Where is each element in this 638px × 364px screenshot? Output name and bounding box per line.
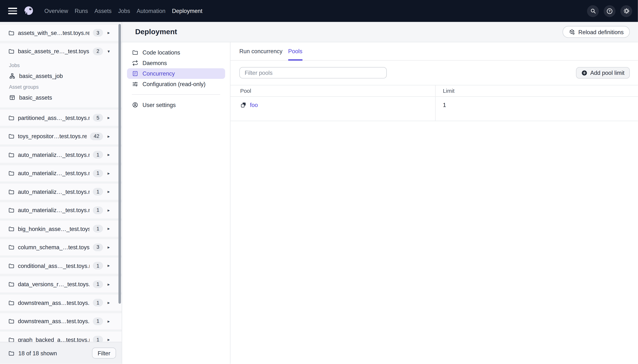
repo-label: auto_materializ…_test.toys.repo [18, 170, 90, 176]
chevron-right-icon[interactable]: ▸ [106, 189, 111, 194]
main-nav: Overview Runs Assets Jobs Automation Dep… [44, 8, 202, 14]
chevron-right-icon[interactable]: ▸ [106, 170, 111, 176]
concurrency-tabs: Run concurrency Pools [230, 42, 638, 60]
chevron-right-icon[interactable]: ▸ [106, 208, 111, 213]
repo-label: column_schema_…test.toys.rep [18, 244, 90, 250]
nav-jobs[interactable]: Jobs [118, 8, 130, 14]
tab-pools[interactable]: Pools [288, 42, 302, 60]
page-header: Deployment Reload definitions [122, 22, 638, 42]
repo-card: auto_materializ…_test.toys.repo 1 ▸ [0, 183, 122, 200]
nav-user-settings[interactable]: User settings [127, 100, 225, 110]
repo-row[interactable]: data_versions_r…_test.toys.rep 1 ▸ [0, 276, 122, 292]
chevron-right-icon[interactable]: ▸ [106, 152, 111, 158]
reload-definitions-label: Reload definitions [578, 29, 624, 35]
folder-icon [8, 188, 15, 195]
job-item[interactable]: basic_assets_job [9, 71, 113, 81]
repo-card: downstream_ass…test.toys.rep 1 ▸ [0, 312, 122, 330]
folder-icon [8, 281, 15, 287]
folder-icon [8, 244, 15, 250]
main-area: Deployment Reload definitions [122, 22, 638, 364]
repo-card: partitioned_ass…_test.toys.rep 5 ▸ [0, 109, 122, 126]
repo-row[interactable]: toys_repositor…test.toys.repo 42 ▸ [0, 128, 122, 144]
chevron-right-icon[interactable]: ▸ [106, 134, 111, 139]
folder-icon [8, 170, 15, 176]
repo-row[interactable]: auto_materializ…_test.toys.repo 1 ▸ [0, 165, 122, 182]
repo-card: column_schema_…test.toys.rep 3 ▸ [0, 238, 122, 256]
user-icon [132, 102, 138, 108]
nav-code-locations[interactable]: Code locations [127, 47, 225, 58]
nav-daemons[interactable]: Daemons [127, 58, 225, 68]
sliders-icon [132, 81, 138, 88]
chevron-right-icon[interactable]: ▸ [106, 318, 111, 324]
repo-label: assets_with_se…test.toys.repo [18, 30, 90, 36]
settings-button[interactable] [620, 5, 632, 17]
repo-row[interactable]: auto_materializ…_test.toys.repo 1 ▸ [0, 183, 122, 200]
hamburger-menu-icon[interactable] [8, 8, 17, 14]
gear-icon [623, 8, 629, 14]
tab-run-concurrency[interactable]: Run concurrency [240, 42, 283, 60]
repo-count-badge: 1 [93, 262, 103, 270]
repo-row[interactable]: partitioned_ass…_test.toys.rep 5 ▸ [0, 110, 122, 126]
nav-divider [132, 94, 220, 94]
repo-label: toys_repositor…test.toys.repo [18, 133, 87, 139]
nav-automation[interactable]: Automation [137, 8, 165, 14]
repo-sidebar: assets_with_se…test.toys.repo 3 ▸ basic_… [0, 22, 122, 364]
folder-icon [8, 114, 15, 121]
repo-row[interactable]: auto_materializ…_test.toys.repo 1 ▸ [0, 202, 122, 218]
repo-row[interactable]: conditional_ass…_test.toys.repo 1 ▸ [0, 258, 122, 274]
deployment-settings-nav: Code locations Daemons Concurrency [122, 42, 230, 364]
nav-deployment[interactable]: Deployment [172, 8, 202, 14]
folder-icon [8, 30, 15, 36]
nav-label: Daemons [142, 60, 167, 66]
sidebar-scrollbar[interactable] [118, 24, 121, 304]
chevron-right-icon[interactable]: ▸ [106, 263, 111, 268]
repo-card: downstream_ass…test.toys.rep 1 ▸ [0, 294, 122, 312]
repo-row[interactable]: downstream_ass…test.toys.rep 1 ▸ [0, 313, 122, 330]
asset-group-item[interactable]: basic_assets [9, 92, 113, 103]
pool-table-row: foo 1 [230, 97, 638, 121]
repo-row[interactable]: downstream_ass…test.toys.rep 1 ▸ [0, 294, 122, 311]
reload-definitions-button[interactable]: Reload definitions [562, 26, 630, 38]
top-nav: Overview Runs Assets Jobs Automation Dep… [0, 0, 638, 22]
folder-icon [8, 299, 15, 306]
pool-link[interactable]: foo [240, 102, 258, 108]
help-icon: ? [606, 8, 613, 14]
chevron-right-icon[interactable]: ▸ [106, 300, 111, 306]
nav-runs[interactable]: Runs [75, 8, 88, 14]
help-button[interactable]: ? [604, 5, 616, 17]
nav-configuration[interactable]: Configuration (read-only) [127, 79, 225, 90]
repo-row[interactable]: auto_materializ…_test.toys.repo 1 ▸ [0, 146, 122, 163]
repo-row[interactable]: column_schema_…test.toys.rep 3 ▸ [0, 239, 122, 256]
search-icon [590, 8, 596, 14]
pool-name: foo [250, 102, 258, 108]
chevron-down-icon[interactable]: ▾ [106, 48, 111, 54]
filter-pools-input[interactable] [240, 67, 387, 78]
pools-table-header: Pool Limit [230, 85, 638, 97]
repo-row[interactable]: big_honkin_asse…_test.toys.rep 1 ▸ [0, 220, 122, 237]
repo-label: downstream_ass…test.toys.rep [18, 299, 90, 306]
chevron-right-icon[interactable]: ▸ [106, 282, 111, 287]
chevron-right-icon[interactable]: ▸ [106, 115, 111, 120]
repo-label: auto_materializ…_test.toys.repo [18, 188, 90, 195]
asset-groups-section-title: Asset groups [9, 84, 113, 90]
repo-label: auto_materializ…_test.toys.repo [18, 152, 90, 158]
repo-row[interactable]: assets_with_se…test.toys.repo 3 ▸ [0, 24, 122, 41]
chevron-right-icon[interactable]: ▸ [106, 244, 111, 250]
repo-count-badge: 1 [93, 280, 103, 288]
filter-repos-button[interactable]: Filter [92, 348, 116, 358]
nav-label: Configuration (read-only) [142, 81, 205, 88]
chevron-right-icon[interactable]: ▸ [106, 30, 111, 36]
folder-icon [132, 49, 138, 56]
search-button[interactable] [587, 5, 599, 17]
repo-row[interactable]: basic_assets_re…_test.toys.rep 2 ▾ [0, 43, 122, 60]
nav-concurrency[interactable]: Concurrency [127, 68, 225, 79]
nav-overview[interactable]: Overview [44, 8, 68, 14]
repo-card: data_versions_r…_test.toys.rep 1 ▸ [0, 276, 122, 293]
add-pool-limit-button[interactable]: Add pool limit [576, 67, 630, 78]
dagster-logo[interactable] [23, 5, 35, 17]
nav-label: Concurrency [142, 70, 175, 77]
chevron-right-icon[interactable]: ▸ [106, 337, 111, 342]
repo-label: downstream_ass…test.toys.rep [18, 318, 90, 324]
nav-assets[interactable]: Assets [95, 8, 112, 14]
chevron-right-icon[interactable]: ▸ [106, 226, 111, 231]
